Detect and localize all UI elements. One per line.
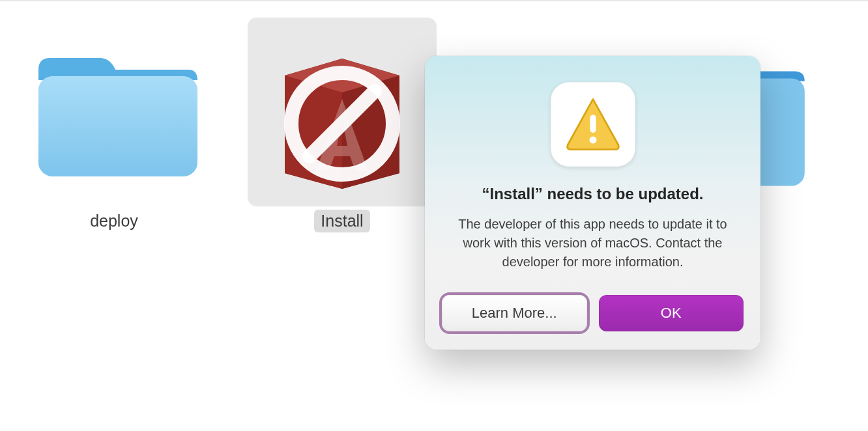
svg-rect-3 bbox=[38, 76, 197, 176]
app-install[interactable]: Install bbox=[248, 18, 437, 232]
dialog-body: The developer of this app needs to updat… bbox=[442, 215, 744, 271]
ok-button[interactable]: OK bbox=[599, 295, 744, 331]
folder-label: deploy bbox=[83, 210, 145, 232]
app-icon bbox=[248, 18, 437, 206]
app-label: Install bbox=[314, 210, 369, 232]
alert-dialog: “Install” needs to be updated. The devel… bbox=[425, 56, 760, 350]
svg-point-11 bbox=[589, 136, 596, 143]
warning-icon bbox=[551, 82, 635, 167]
folder-icon bbox=[20, 18, 209, 206]
dialog-title: “Install” needs to be updated. bbox=[482, 185, 703, 203]
learn-more-button[interactable]: Learn More... bbox=[442, 295, 587, 331]
dialog-button-row: Learn More... OK bbox=[442, 295, 744, 331]
svg-rect-10 bbox=[590, 115, 596, 133]
folder-deploy[interactable]: deploy bbox=[20, 18, 209, 232]
